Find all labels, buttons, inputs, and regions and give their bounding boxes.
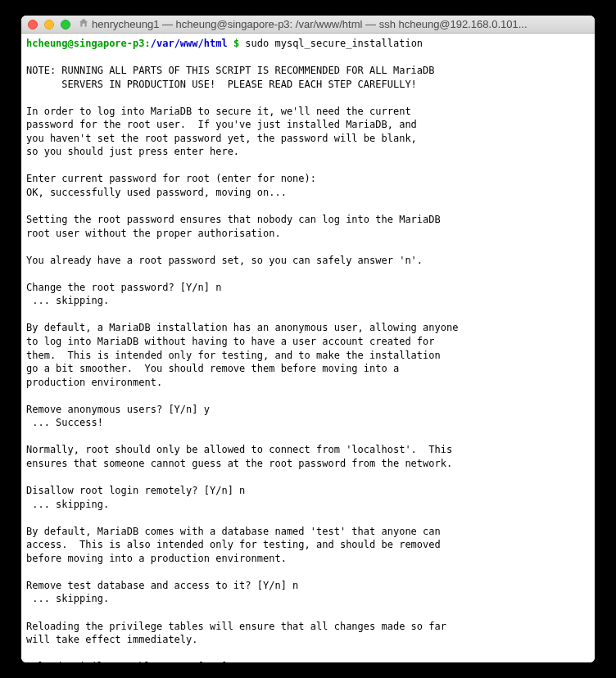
terminal-line: will take effect immediately. — [26, 634, 198, 645]
terminal-line: ... skipping. — [26, 499, 109, 510]
terminal-window: henrycheung1 — hcheung@singapore-p3: /va… — [21, 16, 595, 662]
prompt-dollar: $ — [228, 38, 246, 49]
home-icon — [79, 18, 88, 30]
terminal-line: go a bit smoother. You should remove the… — [26, 363, 399, 374]
terminal-line: Remove test database and access to it? [… — [26, 580, 298, 591]
terminal-line: In order to log into MariaDB to secure i… — [26, 106, 411, 117]
prompt-sep: : — [145, 38, 151, 49]
terminal-line: Disallow root login remotely? [Y/n] n — [26, 485, 245, 496]
minimize-icon[interactable] — [44, 20, 54, 29]
terminal-line: OK, successfully used password, moving o… — [26, 187, 287, 198]
terminal-line: Normally, root should only be allowed to… — [26, 444, 452, 455]
terminal-line: You already have a root password set, so… — [26, 255, 423, 266]
command-text: sudo mysql_secure_installation — [245, 38, 423, 49]
terminal-line: By default, a MariaDB installation has a… — [26, 322, 458, 333]
terminal-line: SERVERS IN PRODUCTION USE! PLEASE READ E… — [26, 79, 417, 90]
terminal-line: Reload privilege tables now? [Y/n] y — [26, 661, 239, 662]
close-icon[interactable] — [28, 20, 38, 29]
terminal-line: Remove anonymous users? [Y/n] y — [26, 404, 210, 415]
traffic-lights — [28, 20, 70, 29]
terminal-line: By default, MariaDB comes with a databas… — [26, 526, 441, 537]
terminal-line: ensures that someone cannot guess at the… — [26, 458, 452, 469]
prompt-user-host: hcheung@singapore-p3 — [26, 38, 145, 49]
terminal-line: ... skipping. — [26, 295, 109, 306]
terminal-line: access. This is also intended only for t… — [26, 539, 441, 550]
terminal-line: them. This is intended only for testing,… — [26, 350, 441, 361]
terminal-line: so you should just press enter here. — [26, 146, 239, 157]
terminal-line: Reloading the privilege tables will ensu… — [26, 621, 446, 632]
terminal-line: password for the root user. If you've ju… — [26, 119, 417, 130]
terminal-body[interactable]: hcheung@singapore-p3:/var/www/html $ sud… — [21, 34, 595, 662]
zoom-icon[interactable] — [61, 20, 70, 29]
terminal-line: you haven't set the root password yet, t… — [26, 133, 417, 144]
terminal-line: Enter current password for root (enter f… — [26, 173, 316, 184]
terminal-line: Setting the root password ensures that n… — [26, 214, 441, 225]
terminal-line: NOTE: RUNNING ALL PARTS OF THIS SCRIPT I… — [26, 65, 435, 76]
terminal-line: ... skipping. — [26, 593, 109, 604]
terminal-line: root user without the proper authorisati… — [26, 228, 281, 239]
terminal-line: Change the root password? [Y/n] n — [26, 282, 221, 293]
window-title: henrycheung1 — hcheung@singapore-p3: /va… — [92, 18, 588, 30]
terminal-line: before moving into a production environm… — [26, 553, 287, 564]
titlebar[interactable]: henrycheung1 — hcheung@singapore-p3: /va… — [21, 16, 595, 34]
terminal-line: ... Success! — [26, 417, 103, 428]
terminal-line: production environment. — [26, 377, 162, 388]
prompt-path: /var/www/html — [151, 38, 228, 49]
terminal-line: to log into MariaDB without having to ha… — [26, 336, 435, 347]
